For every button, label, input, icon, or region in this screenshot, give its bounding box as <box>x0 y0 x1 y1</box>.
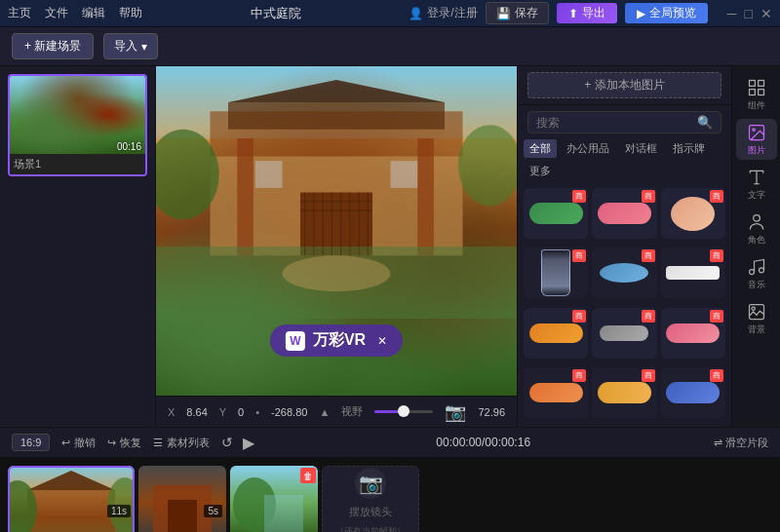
material-item-7[interactable]: 商 <box>524 308 588 359</box>
icon-sidebar: 组件 图片 文字 角色 <box>731 66 780 427</box>
material-item-12[interactable]: 商 <box>661 367 725 418</box>
play-button[interactable]: ▶ <box>243 434 254 452</box>
mat-badge-5: 商 <box>642 249 655 262</box>
clear-button[interactable]: ⇌ 滑空片段 <box>714 436 768 450</box>
scene-thumbnail-1: 00:16 <box>10 76 145 154</box>
menu-file[interactable]: 文件 <box>45 5 68 21</box>
import-button[interactable]: 导入 ▾ <box>103 33 158 59</box>
scene-item-1[interactable]: 00:16 场景1 <box>8 74 147 176</box>
timeline-clip-1[interactable]: 11s 01 ● 0.1s <box>8 466 135 532</box>
export-button[interactable]: ⬆ 导出 <box>557 3 617 23</box>
chevron-down-icon: ▾ <box>141 40 147 54</box>
material-item-3[interactable]: 商 <box>661 188 725 239</box>
save-icon: 💾 <box>496 7 511 20</box>
mat-green-pill <box>529 203 583 224</box>
svg-point-33 <box>749 269 754 274</box>
timeline: 11s 01 ● 0.1s <box>0 458 780 532</box>
mat-badge-12: 商 <box>710 369 723 382</box>
svg-rect-2 <box>228 102 445 130</box>
mat-badge-4: 商 <box>572 249 586 262</box>
person-icon: 👤 <box>409 7 423 20</box>
timeline-clip-3[interactable]: 🗑 03 ● 0.1s <box>230 466 318 532</box>
close-button[interactable]: ✕ <box>760 6 772 21</box>
maximize-button[interactable]: □ <box>745 6 753 21</box>
filter-tab-more[interactable]: 更多 <box>524 162 557 180</box>
mat-glass <box>541 249 570 296</box>
login-button[interactable]: 👤 登录/注册 <box>409 5 477 21</box>
svg-rect-27 <box>758 89 763 95</box>
clip-1-selection <box>8 466 135 532</box>
new-scene-button[interactable]: + 新建场景 <box>12 33 94 59</box>
play-icon: ▶ <box>637 7 645 20</box>
mat-pink-round <box>666 323 720 343</box>
x-value: 8.64 <box>186 406 207 418</box>
sidebar-item-music[interactable]: 音乐 <box>736 253 777 294</box>
material-item-1[interactable]: 商 <box>524 188 588 239</box>
preview-container[interactable]: W 万彩VR ✕ <box>156 66 517 396</box>
material-item-11[interactable]: 商 <box>592 367 656 418</box>
menu-items: 主页 文件 编辑 帮助 <box>8 5 142 21</box>
filter-tab-office[interactable]: 办公用品 <box>561 139 615 158</box>
sidebar-item-background[interactable]: 背景 <box>736 298 777 339</box>
svg-point-36 <box>752 307 755 310</box>
ratio-button[interactable]: 16:9 <box>12 434 50 451</box>
clip-thumb-2: 5s <box>138 466 226 532</box>
material-item-4[interactable]: 商 <box>524 247 588 298</box>
y-label: Y <box>219 406 226 418</box>
search-input[interactable] <box>536 116 697 130</box>
mat-capsule-blue <box>666 382 720 403</box>
image-icon <box>747 123 766 142</box>
sidebar-item-components[interactable]: 组件 <box>736 74 777 115</box>
svg-point-8 <box>156 130 219 220</box>
undo-button[interactable]: ↩ 撤销 <box>61 436 96 450</box>
right-panel: + 添加本地图片 🔍 全部 办公用品 对话框 指示牌 更多 商 商 <box>517 66 731 427</box>
fov-value: 72.96 <box>478 406 505 418</box>
redo-button[interactable]: ↪ 恢复 <box>107 436 141 450</box>
material-item-6[interactable]: 商 <box>661 247 725 298</box>
center-area: W 万彩VR ✕ X 8.64 Y 0 • -268.80 ▲ 视野 📷 72.… <box>156 66 517 427</box>
preview-architecture <box>156 66 517 319</box>
svg-rect-26 <box>749 89 755 95</box>
menu-edit[interactable]: 编辑 <box>82 5 105 21</box>
sidebar-item-character[interactable]: 角色 <box>736 209 777 249</box>
filter-tabs: 全部 办公用品 对话框 指示牌 更多 <box>518 139 731 180</box>
filter-tab-all[interactable]: 全部 <box>524 139 557 158</box>
mat-peach-oval <box>671 197 715 231</box>
add-photo-button[interactable]: + 添加本地图片 <box>527 72 722 98</box>
material-item-10[interactable]: 商 <box>524 367 588 418</box>
sidebar-item-text[interactable]: 文字 <box>736 164 777 205</box>
filter-tab-dialog[interactable]: 对话框 <box>619 139 663 158</box>
refresh-button[interactable]: ↺ <box>221 435 233 450</box>
svg-rect-25 <box>758 80 763 86</box>
svg-rect-6 <box>237 138 254 255</box>
menu-bar: 主页 文件 编辑 帮助 中式庭院 👤 登录/注册 💾 保存 ⬆ 导出 ▶ 全局预… <box>0 0 780 27</box>
material-item-5[interactable]: 商 <box>592 247 656 298</box>
material-list-button[interactable]: ☰ 素材列表 <box>153 436 210 450</box>
fov-slider[interactable] <box>374 410 433 413</box>
menu-actions: 👤 登录/注册 💾 保存 ⬆ 导出 ▶ 全局预览 ─ □ ✕ <box>409 2 772 24</box>
sidebar-item-image[interactable]: 图片 <box>736 119 777 160</box>
search-icon: 🔍 <box>697 115 713 130</box>
mat-badge-9: 商 <box>710 310 723 323</box>
search-bar[interactable]: 🔍 <box>527 111 722 133</box>
material-item-8[interactable]: 商 <box>592 308 656 359</box>
fov-label: 视野 <box>341 404 363 419</box>
menu-home[interactable]: 主页 <box>8 5 31 21</box>
preview-button[interactable]: ▶ 全局预览 <box>625 3 708 23</box>
filter-tab-sign[interactable]: 指示牌 <box>667 139 711 158</box>
save-button[interactable]: 💾 保存 <box>486 2 549 24</box>
timeline-clip-2[interactable]: 5s 02 ● 0.1s <box>138 466 226 532</box>
minimize-button[interactable]: ─ <box>727 6 737 21</box>
watermark-text: 万彩VR <box>313 330 366 351</box>
material-item-2[interactable]: 商 <box>592 188 656 239</box>
watermark-close-button[interactable]: ✕ <box>377 334 387 348</box>
app-title: 中式庭院 <box>142 5 409 22</box>
export-icon: ⬆ <box>568 7 578 20</box>
pan-value: -268.80 <box>271 406 307 418</box>
camera-icon: 📷 <box>355 468 386 499</box>
grid-icon <box>747 78 766 97</box>
clip-3-delete-button[interactable]: 🗑 <box>300 468 316 483</box>
menu-help[interactable]: 帮助 <box>119 5 142 21</box>
material-item-9[interactable]: 商 <box>661 308 725 359</box>
add-clip-button[interactable]: 📷 摆放镜头 （还有当前帧和） <box>322 466 419 532</box>
